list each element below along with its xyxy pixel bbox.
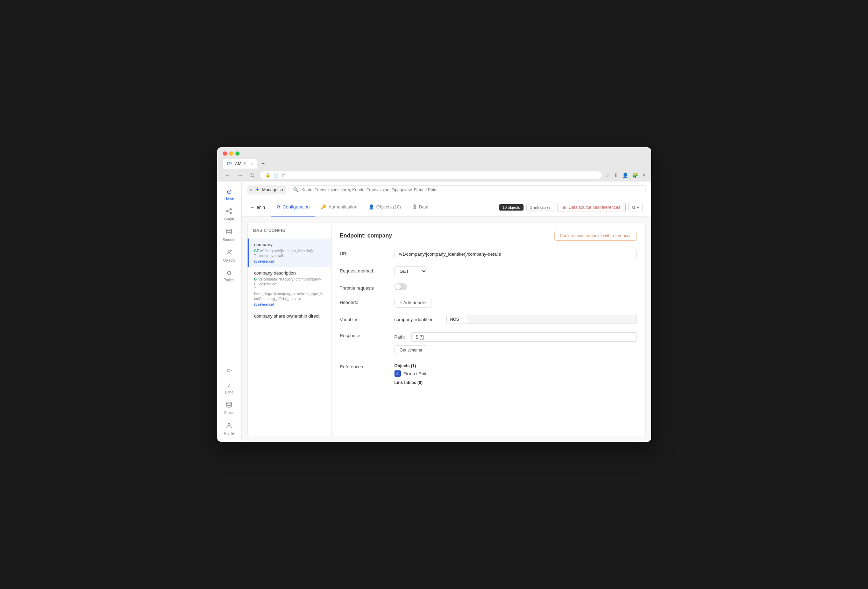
project-icon: ⚙ [226, 269, 232, 277]
graph-icon [226, 207, 233, 216]
basic-config-header: Basic config [248, 223, 331, 239]
tab-configuration[interactable]: ⚙ Configuration [271, 198, 315, 217]
method-label: GE [254, 249, 259, 253]
request-method-control: GET POST PUT DELETE [394, 266, 637, 276]
uri-input[interactable] [394, 249, 637, 259]
browser-nav-icons: ☆ ⬇ 👤 🧩 ≡ [605, 173, 645, 178]
back-button[interactable]: ← [223, 171, 233, 179]
search-icon: 🔍 [293, 187, 299, 192]
close-button[interactable] [223, 151, 227, 156]
request-method-select[interactable]: GET POST PUT DELETE [394, 266, 427, 276]
sidebar-item-project[interactable]: ⚙ Project [217, 266, 241, 285]
sidebar-item-done[interactable]: ✓ Done [217, 378, 241, 398]
tab-objects[interactable]: 👤 Objects (10) [363, 198, 407, 217]
response-row: Response: Path: Get schema [340, 331, 637, 355]
endpoint-company-type: T company-details [254, 254, 326, 258]
back-arrow-icon: ← [250, 205, 255, 210]
endpoint-desc-type: T latest_flag=1&company_description_type… [254, 287, 326, 301]
svg-line-4 [228, 211, 230, 213]
sidebar-item-sources[interactable]: Sources [217, 224, 241, 245]
tab-close-icon[interactable]: × [251, 161, 253, 166]
sidebar-label-profile: Profile [224, 432, 234, 435]
config-panel-title: Endpoint: company [340, 233, 392, 239]
copy-icon: ⧉ [632, 205, 635, 210]
variable-rest [467, 315, 637, 324]
sidebar-item-profile[interactable]: Profile [217, 418, 241, 439]
sidebar-item-edit[interactable]: ✏ [217, 363, 241, 378]
throttle-row: Throttle requests [340, 283, 637, 291]
refresh-button[interactable]: ↻ [248, 171, 257, 179]
throttle-toggle[interactable] [394, 283, 407, 290]
variable-name: company_identifier [394, 317, 443, 322]
endpoint-company-description[interactable]: company description G /v1/company/NO[que… [248, 267, 331, 310]
badge-link-tables: 3 link tables [526, 204, 554, 211]
forward-button[interactable]: → [235, 171, 245, 179]
variables-label: Variables: [340, 315, 389, 322]
back-to-enin[interactable]: ← enin [250, 205, 266, 210]
ref-link-tables-title: Link tables (0) [394, 380, 637, 385]
svg-point-1 [230, 208, 232, 210]
references-control: Objects (1) A Firma i Enin Link tables (… [394, 362, 637, 387]
endpoint-company-share[interactable]: company share ownership direct [248, 310, 331, 323]
address-bar[interactable]: 🔒 📄 ⇄ [260, 171, 602, 179]
response-path-row: Path: [394, 332, 637, 342]
header-nav: ← enin ⚙ Configuration 🔑 Authentication … [242, 198, 651, 217]
edit-icon: ✏ [227, 367, 232, 375]
endpoint-desc-path: G /v1/company/NO[query_orgnr]/company- [254, 277, 326, 282]
references-row: References: Objects (1) A Firma i Enin L… [340, 362, 637, 387]
headers-control: + Add header [394, 298, 637, 308]
minimize-button[interactable] [229, 151, 233, 156]
tab-authentication[interactable]: 🔑 Authentication [315, 198, 363, 217]
data-cylinder-icon: 🗄 [412, 204, 417, 210]
copy-button[interactable]: ⧉ ▾ [629, 203, 643, 212]
svg-point-9 [227, 402, 232, 404]
search-input[interactable] [301, 187, 641, 192]
traffic-lights [223, 151, 239, 156]
variables-control: company_identifier [394, 315, 637, 324]
auth-key-icon: 🔑 [321, 204, 326, 210]
config-panel: Endpoint: company Can't remove endpoint … [332, 223, 645, 436]
tab-data[interactable]: 🗄 Data [407, 198, 434, 217]
endpoint-desc-ref: (1 reference) [254, 303, 326, 306]
delete-datasource-button[interactable]: 🗑 Data source has references [557, 203, 625, 212]
objects-person-icon: 👤 [369, 204, 374, 210]
endpoint-company[interactable]: company GE /v1/company/[company_identifi… [248, 239, 331, 267]
datasource-tab[interactable]: × 🗄 Manage so [247, 185, 286, 195]
done-icon: ✓ [227, 382, 232, 389]
variable-value-wrapper [446, 315, 637, 324]
throttle-label: Throttle requests [340, 283, 389, 291]
uri-control [394, 249, 637, 259]
sidebar-item-graph[interactable]: Graph [217, 204, 241, 224]
sidebar-item-objects[interactable]: Objects [217, 245, 241, 266]
ref-object-name: Firma i Enin [404, 371, 428, 376]
config-gear-icon: ⚙ [276, 204, 280, 210]
sidebar-item-home[interactable]: ⊙ Home [217, 185, 241, 204]
ref-objects-title: Objects (1) [394, 363, 637, 368]
sidebar-label-home: Home [224, 196, 234, 201]
variable-value-input[interactable] [446, 315, 467, 324]
search-bar[interactable]: 🔍 [288, 185, 645, 194]
path-label: Path: [394, 334, 409, 340]
browser-tab[interactable]: C* AMLP × [223, 159, 257, 168]
fullscreen-button[interactable] [235, 151, 239, 156]
datasource-close-icon[interactable]: × [250, 187, 252, 192]
add-header-button[interactable]: + Add header [394, 298, 432, 308]
uri-label: URI: [340, 249, 389, 256]
nav-actions: 10 objects 3 link tables 🗑 Data source h… [499, 203, 643, 212]
remove-endpoint-button: Can't remove endpoint with references [554, 231, 636, 241]
endpoint-desc-name: company description [254, 270, 326, 276]
sidebar-label-graph: Graph [224, 217, 234, 221]
request-method-label: Request method: [340, 266, 389, 273]
endpoint-share-name: company share ownership direct [254, 313, 326, 319]
sources-icon [226, 228, 233, 237]
sidebar-label-objects: Objects [223, 258, 235, 262]
new-tab-button[interactable]: + [259, 158, 267, 169]
get-schema-button[interactable]: Get schema [394, 345, 428, 355]
response-control: Path: Get schema [394, 331, 637, 355]
response-path-input[interactable] [411, 332, 637, 342]
svg-point-0 [226, 210, 228, 212]
sidebar-item-status[interactable]: Status [217, 398, 241, 418]
objects-icon [226, 249, 233, 257]
endpoint-company-path: GE /v1/company/[company_identifier]/ [254, 249, 326, 254]
request-method-row: Request method: GET POST PUT DELETE [340, 266, 637, 276]
